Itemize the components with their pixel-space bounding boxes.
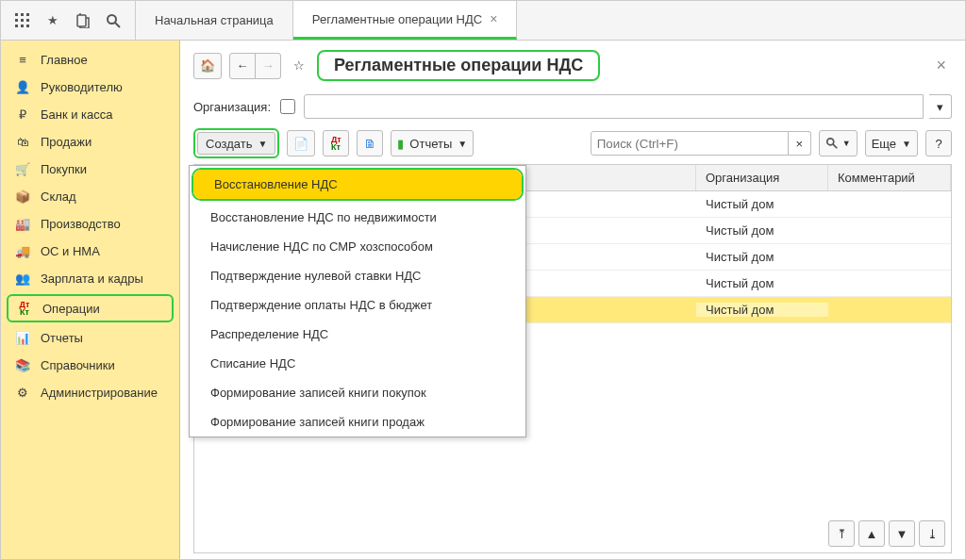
svg-line-11 (115, 23, 120, 27)
dropdown-item[interactable]: Формирование записей книги продаж (190, 407, 525, 436)
svg-rect-5 (26, 19, 29, 22)
search-input[interactable] (591, 131, 789, 156)
cell-org: Чистый дом (696, 250, 828, 264)
cell-org: Чистый дом (696, 303, 828, 317)
book-icon: 📚 (14, 358, 31, 372)
close-icon[interactable]: × (490, 11, 497, 26)
svg-point-10 (108, 15, 116, 24)
sidebar: ≡Главное 👤Руководителю ₽Банк и касса 🛍Пр… (1, 41, 180, 559)
clear-search-button[interactable]: × (789, 131, 811, 156)
dropdown-item[interactable]: Распределение НДС (190, 320, 525, 349)
sidebar-item-label: Продажи (41, 135, 92, 149)
chart-icon: 📊 (14, 331, 31, 345)
tab-vat[interactable]: Регламентные операции НДС × (293, 1, 518, 40)
sidebar-item-reports[interactable]: 📊Отчеты (1, 324, 179, 352)
sidebar-item-bank[interactable]: ₽Банк и касса (1, 101, 179, 128)
cell-org: Чистый дом (696, 276, 828, 290)
cell-org: Чистый дом (696, 223, 828, 238)
sidebar-item-sales[interactable]: 🛍Продажи (1, 128, 179, 156)
search-icon[interactable] (105, 12, 122, 29)
create-label: Создать (206, 137, 252, 151)
sidebar-item-label: ОС и НМА (41, 244, 100, 258)
grid-last-button[interactable]: ⤓ (919, 520, 945, 547)
svg-rect-8 (26, 25, 29, 27)
reports-label: Отчеты (409, 137, 452, 151)
reports-button[interactable]: ▮Отчеты▼ (391, 130, 474, 156)
sidebar-item-label: Производство (41, 217, 121, 231)
tab-vat-label: Регламентные операции НДС (312, 12, 482, 26)
svg-rect-4 (21, 19, 24, 22)
dtkt-icon: ДтКт (16, 301, 33, 316)
bag-icon: 🛍 (14, 135, 31, 149)
search-button[interactable]: ▼ (819, 130, 858, 156)
more-button[interactable]: Еще▼ (865, 130, 918, 156)
dtkt-button[interactable]: ДтКт (323, 130, 349, 156)
sidebar-item-purchases[interactable]: 🛒Покупки (1, 156, 179, 183)
tab-home[interactable]: Начальная страница (136, 1, 293, 40)
sidebar-item-manager[interactable]: 👤Руководителю (1, 74, 179, 101)
copy-button[interactable]: 📄 (287, 130, 315, 156)
sidebar-item-assets[interactable]: 🚚ОС и НМА (1, 238, 179, 265)
apps-icon[interactable] (14, 12, 31, 29)
gear-icon: ⚙ (14, 386, 31, 400)
col-header-org[interactable]: Организация (696, 165, 828, 190)
grid-first-button[interactable]: ⤒ (828, 520, 855, 547)
ruble-icon: ₽ (14, 107, 31, 122)
tab-home-label: Начальная страница (155, 13, 274, 27)
create-button[interactable]: Создать ▼ (197, 132, 275, 155)
sidebar-item-catalogs[interactable]: 📚Справочники (1, 352, 179, 379)
svg-point-12 (826, 139, 833, 145)
doc-button[interactable]: 🗎 (357, 130, 383, 156)
sidebar-item-label: Зарплата и кадры (41, 272, 143, 286)
svg-rect-2 (26, 13, 29, 16)
person-icon: 👥 (14, 272, 31, 286)
dropdown-item[interactable]: Формирование записей книги покупок (190, 378, 525, 407)
sidebar-item-label: Справочники (41, 358, 115, 372)
dropdown-item[interactable]: Начисление НДС по СМР хозспособом (190, 232, 525, 261)
grid-down-button[interactable]: ▼ (889, 520, 915, 547)
svg-line-13 (833, 144, 837, 148)
history-icon[interactable] (75, 12, 92, 29)
page-title: Регламентные операции НДС (317, 50, 600, 81)
favorite-icon[interactable]: ☆ (289, 56, 309, 76)
forward-button[interactable]: → (255, 53, 281, 79)
dropdown-item[interactable]: Подтверждение нулевой ставки НДС (190, 261, 525, 290)
box-icon: 📦 (14, 189, 31, 204)
sidebar-item-label: Операции (42, 302, 100, 316)
manager-icon: 👤 (14, 80, 31, 94)
grid-up-button[interactable]: ▲ (858, 520, 885, 547)
sidebar-item-operations[interactable]: ДтКтОперации (7, 294, 174, 322)
sidebar-item-label: Администрирование (41, 386, 158, 400)
svg-rect-3 (15, 19, 18, 22)
top-toolbar: ★ Начальная страница Регламентные операц… (1, 1, 965, 41)
dropdown-item[interactable]: Восстановление НДС (193, 170, 522, 199)
sidebar-item-hr[interactable]: 👥Зарплата и кадры (1, 265, 179, 292)
org-input[interactable] (304, 94, 924, 119)
create-dropdown: Восстановление НДС Восстановление НДС по… (189, 165, 526, 437)
org-checkbox[interactable] (280, 99, 295, 114)
back-button[interactable]: ← (229, 53, 256, 79)
cell-org: Чистый дом (696, 197, 828, 211)
dropdown-item[interactable]: Восстановление НДС по недвижимости (190, 203, 525, 232)
home-icon: ≡ (14, 53, 31, 67)
chevron-down-icon: ▼ (258, 139, 267, 149)
sidebar-item-production[interactable]: 🏭Производство (1, 210, 179, 238)
sidebar-item-main[interactable]: ≡Главное (1, 46, 179, 74)
star-icon[interactable]: ★ (44, 12, 61, 29)
sidebar-item-label: Банк и касса (41, 107, 113, 122)
help-button[interactable]: ? (925, 130, 952, 156)
svg-rect-0 (15, 13, 18, 16)
sidebar-item-admin[interactable]: ⚙Администрирование (1, 379, 179, 406)
sidebar-item-label: Покупки (41, 162, 87, 176)
svg-rect-7 (21, 25, 24, 27)
col-header-com[interactable]: Комментарий (828, 165, 951, 190)
home-button[interactable]: 🏠 (193, 53, 222, 79)
close-page-button[interactable]: × (930, 56, 952, 75)
factory-icon: 🏭 (14, 217, 31, 231)
dropdown-item[interactable]: Списание НДС (190, 349, 525, 378)
sidebar-item-warehouse[interactable]: 📦Склад (1, 183, 179, 210)
more-label: Еще (872, 137, 896, 151)
svg-rect-6 (15, 25, 18, 27)
org-dropdown-button[interactable]: ▾ (929, 94, 952, 119)
dropdown-item[interactable]: Подтверждение оплаты НДС в бюджет (190, 290, 525, 320)
